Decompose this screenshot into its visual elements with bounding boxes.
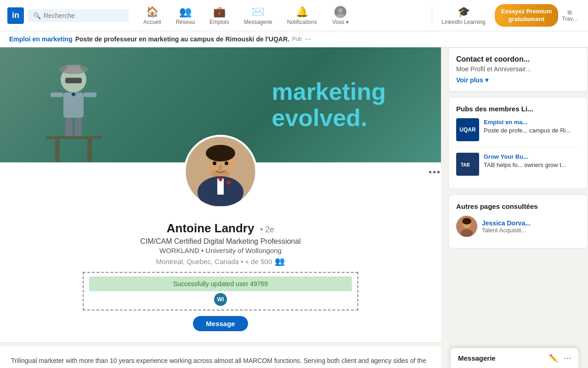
profile-more-options[interactable]: •••: [429, 167, 441, 178]
profile-headline: CIM/CAM Certified Digital Marketing Prof…: [11, 237, 430, 246]
nav-item-vous[interactable]: Vous ▾: [324, 2, 356, 29]
nav-label-travail: Trav...: [562, 16, 577, 22]
nav-label-vous: Vous ▾: [332, 19, 349, 25]
nav-item-accueil[interactable]: 🏠 Accueil: [136, 2, 169, 29]
nav-item-travail[interactable]: ⊞ Trav...: [558, 6, 581, 26]
nav-item-linkedin-learning[interactable]: 🎓 LinkedIn Learning: [436, 2, 491, 29]
svg-point-0: [338, 8, 343, 13]
search-input[interactable]: [44, 12, 123, 19]
profile-location: Montreal, Quebec, Canada • + de 500 👥: [11, 256, 430, 266]
autres-pages-card: Autres pages consultées Jessica Dorva...…: [448, 195, 588, 248]
svg-point-1: [336, 14, 345, 18]
contact-card-subtitle: Moe Profil et Anniversair...: [456, 65, 580, 73]
profile-company: WORKLAND • University of Wollongong: [11, 247, 430, 254]
search-icon: 🔍: [33, 12, 41, 19]
contact-card-title: Contact et coordon...: [456, 55, 580, 63]
messaging-icon: ✉️: [252, 6, 264, 18]
main-layout: marketing evolved.: [0, 47, 588, 368]
right-sidebar: Contact et coordon... Moe Profil et Anni…: [441, 47, 588, 368]
messagerie-popup-title: Messagerie: [458, 354, 496, 362]
messagerie-popup: Messagerie ✏️ ⋯: [450, 348, 579, 368]
profile-info: Antoine Landry • 2e CIM/CAM Certified Di…: [11, 218, 430, 266]
svg-rect-8: [51, 92, 63, 97]
profile-name: Antoine Landry: [167, 221, 254, 235]
profile-name-row: Antoine Landry • 2e: [11, 221, 430, 236]
premium-button[interactable]: Essayez Premium gratuitement: [495, 4, 559, 27]
message-button[interactable]: Message: [193, 316, 248, 331]
uqar-logo: UQAR: [456, 118, 479, 141]
jessica-info: Jessica Dorva... Talent Acquisiti...: [482, 219, 531, 234]
wordpress-badge: WI: [214, 293, 227, 306]
user-avatar-nav: [334, 6, 346, 18]
nav-label-linkedin-learning: LinkedIn Learning: [441, 19, 485, 25]
profile-avatar: [184, 135, 257, 208]
notifications-icon: 🔔: [296, 6, 308, 18]
about-section: Trilingual marketer with more than 10 ye…: [0, 346, 441, 368]
profile-section: marketing evolved.: [0, 47, 441, 368]
nav-item-messagerie[interactable]: ✉️ Messagerie: [237, 2, 280, 29]
nav-label-reseau: Réseau: [176, 19, 195, 25]
ads-card: Pubs des membres Li... UQAR Emploi en ma…: [448, 97, 588, 189]
autres-pages-title: Autres pages consultées: [456, 202, 580, 210]
nav-label-emplois: Emplois: [209, 19, 229, 25]
success-message: Successfully updated user 49769: [89, 276, 352, 291]
svg-text:TAB: TAB: [461, 162, 470, 167]
svg-rect-11: [74, 118, 82, 136]
nav-label-notifications: Notifications: [287, 19, 317, 25]
home-icon: 🏠: [146, 6, 158, 18]
suggested-person-item[interactable]: Jessica Dorva... Talent Acquisiti...: [456, 216, 580, 237]
nav-item-emplois[interactable]: 💼 Emplois: [202, 2, 237, 29]
jessica-title: Talent Acquisiti...: [482, 227, 531, 234]
about-text: Trilingual marketer with more than 10 ye…: [11, 356, 430, 368]
ad-item-uqar[interactable]: UQAR Emploi en ma... Poste de profe... c…: [456, 118, 580, 147]
svg-rect-25: [226, 181, 231, 184]
linkedin-logo[interactable]: in: [7, 7, 24, 24]
ad-banner-text: Poste de professeur en marketing au camp…: [75, 35, 289, 43]
action-buttons: Message: [11, 316, 430, 331]
nav-divider: [432, 6, 432, 25]
success-dashed-border: Successfully updated user 49769 WI: [83, 272, 358, 310]
svg-point-31: [462, 218, 471, 224]
ad-banner: Emploi en marketing Poste de professeur …: [0, 31, 588, 47]
svg-rect-5: [65, 78, 82, 83]
nav-items: 🏠 Accueil 👥 Réseau 💼 Emplois ✉️ Messager…: [136, 2, 428, 29]
nav-item-reseau[interactable]: 👥 Réseau: [169, 2, 202, 29]
ad-item-tab[interactable]: TAB Grow Your Bu... TAB helps fo... owne…: [456, 153, 580, 181]
navbar: in 🔍 🏠 Accueil 👥 Réseau 💼 Emplois ✉️ Mes…: [0, 0, 588, 31]
search-bar[interactable]: 🔍: [28, 9, 129, 22]
svg-rect-9: [84, 92, 96, 97]
chevron-down-icon: ▾: [485, 76, 488, 84]
ad-tab-text: Grow Your Bu... TAB helps fo... owners g…: [484, 153, 566, 176]
jobs-icon: 💼: [213, 6, 226, 18]
svg-point-20: [225, 161, 228, 165]
jessica-avatar: [456, 216, 477, 237]
learning-icon: 🎓: [458, 6, 470, 18]
ad-banner-link[interactable]: Emploi en marketing: [9, 35, 73, 43]
nav-label-accueil: Accueil: [143, 19, 161, 25]
messagerie-ellipsis-icon[interactable]: ⋯: [564, 354, 571, 362]
contact-card: Contact et coordon... Moe Profil et Anni…: [448, 47, 588, 92]
ad-uqar-text: Emploi en ma... Poste de profe... campus…: [484, 118, 571, 141]
voir-plus-button[interactable]: Voir plus ▾: [456, 76, 580, 84]
pub-label: Pub: [292, 36, 302, 42]
nav-label-messagerie: Messagerie: [244, 19, 272, 25]
svg-point-17: [206, 145, 235, 161]
profile-card: ••• Antoine Landry • 2e CIM/CAM Certifie…: [0, 162, 441, 343]
messagerie-popup-header[interactable]: Messagerie ✏️ ⋯: [451, 348, 578, 368]
ads-card-title: Pubs des membres Li...: [456, 105, 580, 113]
tab-logo: TAB: [456, 153, 479, 176]
cover-text: marketing evolved.: [271, 79, 386, 131]
success-area: Successfully updated user 49769 WI: [83, 272, 358, 310]
profile-degree: • 2e: [260, 225, 274, 234]
network-icon: 👥: [179, 6, 192, 18]
messagerie-edit-icon[interactable]: ✏️: [549, 354, 558, 362]
svg-point-21: [219, 165, 222, 170]
svg-rect-4: [67, 65, 80, 70]
jessica-name[interactable]: Jessica Dorva...: [482, 219, 531, 227]
ad-banner-dots[interactable]: ···: [305, 35, 311, 43]
svg-point-19: [213, 161, 216, 165]
messagerie-popup-icons: ✏️ ⋯: [549, 354, 571, 362]
svg-rect-10: [65, 118, 73, 136]
nav-item-notifications[interactable]: 🔔 Notifications: [280, 2, 324, 29]
wp-icon-area: WI: [89, 293, 352, 306]
